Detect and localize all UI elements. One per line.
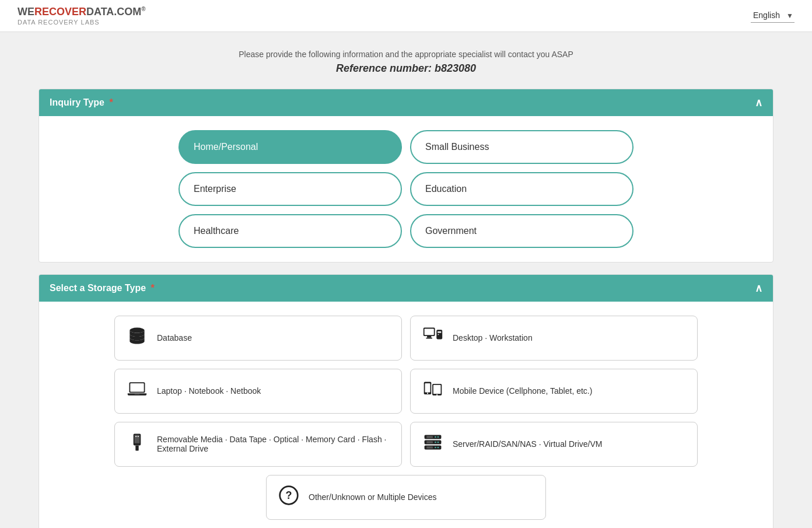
svg-rect-33 <box>426 446 433 449</box>
svg-rect-10 <box>135 393 140 394</box>
storage-type-grid: Database <box>114 316 698 520</box>
logo-recover: RECOVER <box>34 6 86 18</box>
usb-icon <box>127 432 148 457</box>
instruction-text: Please provide the following information… <box>38 50 774 59</box>
storage-btn-desktop[interactable]: Desktop · Workstation <box>410 316 698 361</box>
svg-rect-18 <box>135 435 140 443</box>
svg-rect-5 <box>436 330 442 339</box>
question-icon: ? <box>278 485 299 510</box>
laptop-label: Laptop · Notebook · Netbook <box>157 386 261 396</box>
inquiry-type-body: Home/Personal Small Business Enterprise … <box>39 116 773 262</box>
svg-rect-6 <box>438 331 441 333</box>
inquiry-btn-home-personal[interactable]: Home/Personal <box>178 130 402 164</box>
storage-btn-removable[interactable]: Removable Media · Data Tape · Optical · … <box>114 422 402 467</box>
inquiry-type-header: Inquiry Type * ∧ <box>39 89 773 116</box>
svg-rect-12 <box>425 383 430 392</box>
svg-point-7 <box>438 334 439 335</box>
svg-point-28 <box>435 441 436 443</box>
mobile-label: Mobile Device (Cellphone, Tablet, etc.) <box>453 386 592 396</box>
inquiry-type-title: Inquiry Type * <box>50 97 113 108</box>
inquiry-type-section: Inquiry Type * ∧ Home/Personal Small Bus… <box>38 89 774 263</box>
required-star: * <box>109 97 113 107</box>
svg-point-26 <box>435 436 436 438</box>
svg-rect-20 <box>135 436 136 437</box>
laptop-icon <box>127 379 148 404</box>
svg-point-30 <box>435 446 436 448</box>
storage-btn-database[interactable]: Database <box>114 316 402 361</box>
logo-text: WERECOVERDATA.COM® <box>18 6 146 19</box>
svg-rect-3 <box>427 336 431 338</box>
inquiry-btn-healthcare[interactable]: Healthcare <box>178 214 402 248</box>
svg-point-27 <box>438 441 439 443</box>
server-label: Server/RAID/SAN/NAS · Virtual Drive/VM <box>453 439 602 449</box>
svg-rect-19 <box>135 445 138 450</box>
svg-rect-31 <box>426 436 433 438</box>
main-content: Please provide the following information… <box>21 32 791 528</box>
other-label: Other/Unknown or Multiple Devices <box>309 492 436 502</box>
ref-value: b823080 <box>435 62 476 74</box>
desktop-icon <box>422 326 443 351</box>
header: WERECOVERDATA.COM® DATA RECOVERY LABS En… <box>0 0 812 32</box>
svg-point-16 <box>436 394 438 395</box>
svg-text:?: ? <box>286 489 292 501</box>
server-icon <box>422 432 443 457</box>
storage-btn-mobile[interactable]: Mobile Device (Cellphone, Tablet, etc.) <box>410 369 698 414</box>
svg-rect-9 <box>130 383 144 391</box>
inquiry-type-grid: Home/Personal Small Business Enterprise … <box>178 130 634 248</box>
inquiry-btn-education[interactable]: Education <box>410 172 634 206</box>
logo: WERECOVERDATA.COM® DATA RECOVERY LABS <box>18 6 146 26</box>
storage-btn-server[interactable]: Server/RAID/SAN/NAS · Virtual Drive/VM <box>410 422 698 467</box>
logo-data: DATA.COM <box>86 6 141 18</box>
storage-btn-other[interactable]: ? Other/Unknown or Multiple Devices <box>266 475 546 520</box>
mobile-icon <box>422 379 443 404</box>
storage-type-header: Select a Storage Type * ∧ <box>39 275 773 302</box>
logo-sub: DATA RECOVERY LABS <box>18 19 146 26</box>
inquiry-btn-enterprise[interactable]: Enterprise <box>178 172 402 206</box>
svg-rect-4 <box>426 337 432 338</box>
svg-rect-21 <box>138 436 139 437</box>
storage-type-title: Select a Storage Type * <box>50 283 155 293</box>
svg-point-25 <box>438 436 439 438</box>
storage-type-body: Database <box>39 302 773 528</box>
language-selector-wrapper[interactable]: English French Spanish German ▼ <box>751 8 794 23</box>
chevron-up-icon-2[interactable]: ∧ <box>755 282 762 295</box>
inquiry-btn-small-business[interactable]: Small Business <box>410 130 634 164</box>
logo-reg: ® <box>141 6 145 12</box>
svg-rect-2 <box>425 328 434 335</box>
chevron-up-icon[interactable]: ∧ <box>755 96 762 109</box>
database-label: Database <box>157 333 192 342</box>
database-icon <box>127 326 148 351</box>
desktop-label: Desktop · Workstation <box>453 333 533 342</box>
svg-point-29 <box>438 446 439 448</box>
storage-btn-laptop[interactable]: Laptop · Notebook · Netbook <box>114 369 402 414</box>
required-star-2: * <box>151 283 155 293</box>
ref-prefix: Reference number: <box>336 62 435 74</box>
reference-number: Reference number: b823080 <box>38 62 774 75</box>
svg-point-0 <box>130 327 144 333</box>
svg-point-13 <box>427 393 428 394</box>
other-btn-wrapper: ? Other/Unknown or Multiple Devices <box>114 475 698 520</box>
logo-we: WE <box>18 6 34 18</box>
language-select[interactable]: English French Spanish German <box>751 8 794 23</box>
removable-label: Removable Media · Data Tape · Optical · … <box>157 435 390 453</box>
inquiry-btn-government[interactable]: Government <box>410 214 634 248</box>
storage-type-section: Select a Storage Type * ∧ <box>38 274 774 528</box>
svg-rect-32 <box>426 441 433 443</box>
svg-rect-15 <box>433 384 441 393</box>
